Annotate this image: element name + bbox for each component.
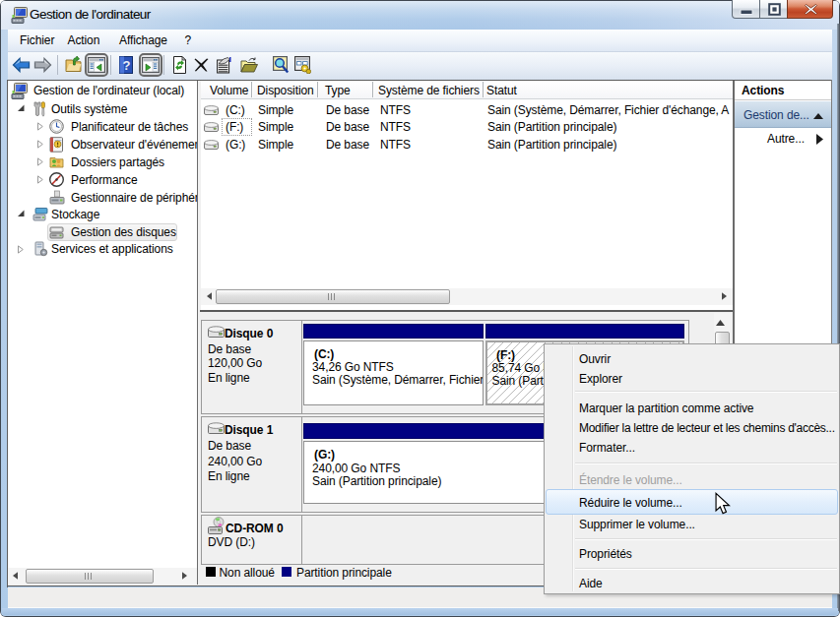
svg-text:?: ? [123, 58, 131, 73]
